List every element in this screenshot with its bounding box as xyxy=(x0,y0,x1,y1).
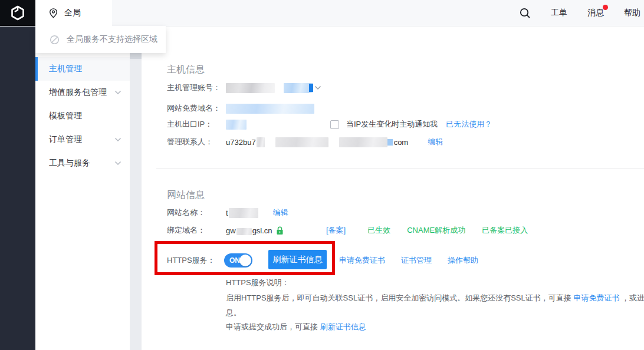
topbar-actions: 工单 消息 帮助 xyxy=(519,0,644,26)
host-info-title: 主机信息 xyxy=(167,64,205,76)
contact-label: 管理联系人： xyxy=(167,137,226,147)
https-note-line2: 息。 xyxy=(226,308,241,318)
menu-item-label: 工具与服务 xyxy=(49,158,90,169)
site-name-edit-link[interactable]: 编辑 xyxy=(273,207,288,218)
contact-suffix: com xyxy=(394,138,409,147)
redaction-cap xyxy=(387,139,393,146)
apply-cert-link[interactable]: 申请免费证书 xyxy=(339,255,385,266)
bound-domain-label: 绑定域名： xyxy=(167,225,226,236)
menu-item-tools-services[interactable]: 工具与服务 xyxy=(35,151,130,175)
menu-item-label: 增值服务包管理 xyxy=(49,87,107,98)
site-info-title: 网站信息 xyxy=(167,189,205,202)
contact-row: 管理联系人： u732bu7 com 编辑 xyxy=(167,136,443,148)
menu-item-host-management[interactable]: 主机管理 xyxy=(35,57,130,81)
menu-item-label: 模板管理 xyxy=(49,111,82,121)
search-icon[interactable] xyxy=(519,7,531,19)
https-toggle[interactable]: ON xyxy=(224,253,252,268)
bound-domain-row: 绑定域名： gw gsl.cn xyxy=(167,224,284,236)
status-beian: 已备案已接入 xyxy=(482,225,528,236)
exit-ip-label: 主机出口IP： xyxy=(167,119,226,130)
menu-item-value-added-services[interactable]: 增值服务包管理 xyxy=(35,81,130,104)
chevron-down-icon[interactable] xyxy=(314,85,321,90)
lock-icon xyxy=(276,226,284,235)
menu-item-label: 订单管理 xyxy=(49,134,82,145)
ip-notify-group: 当IP发生变化时主动通知我 已无法使用？ xyxy=(330,118,492,130)
contact-edit-link[interactable]: 编辑 xyxy=(428,137,443,147)
menu-item-order-management[interactable]: 订单管理 xyxy=(35,128,130,151)
redacted-account-id xyxy=(226,83,275,93)
site-name-prefix: t xyxy=(226,209,228,217)
https-note-title: HTTPS服务说明： xyxy=(226,278,290,288)
free-domain-label: 网站免费域名： xyxy=(167,103,226,114)
unavailable-link[interactable]: 已无法使用？ xyxy=(446,119,492,130)
chevron-down-icon xyxy=(114,137,121,142)
domain-suffix: gsl.cn xyxy=(252,226,272,235)
status-cname: CNAME解析成功 xyxy=(407,225,465,236)
redacted-contact-tail xyxy=(257,137,265,147)
chevron-down-icon xyxy=(114,90,121,95)
redaction-cap xyxy=(309,84,313,92)
region-dropdown[interactable]: 全局服务不支持选择区域 xyxy=(35,26,166,53)
menu-scrollbar-track[interactable] xyxy=(130,26,142,350)
free-domain-row: 网站免费域名： xyxy=(167,103,314,114)
icon-sidebar xyxy=(0,26,35,350)
message-badge xyxy=(603,5,608,10)
site-name-label: 网站名称： xyxy=(167,207,226,218)
refresh-cert-button[interactable]: 刷新证书信息 xyxy=(268,250,327,269)
section-divider xyxy=(156,169,644,169)
topbar-item-ticket[interactable]: 工单 xyxy=(551,8,567,18)
contact-prefix: u732bu7 xyxy=(226,138,256,147)
redacted-contact-phone xyxy=(275,137,328,147)
region-dropdown-notice: 全局服务不支持选择区域 xyxy=(67,34,157,45)
domain-status-group: [备案] 已生效 CNAME解析成功 已备案已接入 xyxy=(326,224,528,236)
cert-manage-link[interactable]: 证书管理 xyxy=(401,255,432,266)
redacted-free-domain xyxy=(226,104,314,114)
topbar-item-help[interactable]: 帮助 xyxy=(624,8,640,18)
https-label-row: HTTPS服务： xyxy=(167,255,226,266)
ip-notify-label: 当IP发生变化时主动通知我 xyxy=(346,119,438,130)
site-name-row: 网站名称： t 编辑 xyxy=(167,207,288,219)
exit-ip-row: 主机出口IP： xyxy=(167,118,247,130)
redacted-contact-email xyxy=(339,137,387,147)
https-note-line1: 启用HTTPS服务后，即可自动关联SSL证书，启用安全加密访问模式。如果您还没有… xyxy=(226,293,644,303)
https-label: HTTPS服务： xyxy=(167,255,226,266)
note-apply-cert-link[interactable]: 申请免费证书 xyxy=(573,293,619,302)
toggle-state-label: ON xyxy=(229,256,240,265)
secondary-menu: 主机管理 增值服务包管理 模板管理 订单管理 工具与服务 xyxy=(35,26,130,350)
https-note-line3: 申请或提交成功后，可直接 刷新证书信息 xyxy=(226,322,366,332)
domain-prefix: gw xyxy=(226,226,236,235)
https-links-group: 申请免费证书 证书管理 操作帮助 xyxy=(339,255,478,266)
operation-help-link[interactable]: 操作帮助 xyxy=(448,255,478,266)
ip-notify-checkbox[interactable] xyxy=(330,120,339,129)
location-pin-icon xyxy=(48,8,58,19)
redacted-domain-middle xyxy=(236,228,252,235)
redacted-site-name xyxy=(229,208,258,218)
redacted-exit-ip xyxy=(226,120,247,130)
brand-logo-icon xyxy=(9,5,26,21)
note-refresh-cert-link[interactable]: 刷新证书信息 xyxy=(320,322,366,331)
beian-link[interactable]: [备案] xyxy=(326,225,346,236)
toggle-knob xyxy=(239,255,251,266)
prohibition-icon xyxy=(50,35,60,45)
region-selector[interactable]: 全局 xyxy=(35,0,112,26)
region-label: 全局 xyxy=(64,8,81,18)
host-account-row: 主机管理账号： xyxy=(167,82,321,94)
brand-logo[interactable] xyxy=(0,0,35,26)
status-effective: 已生效 xyxy=(367,225,390,236)
chevron-down-icon xyxy=(114,161,121,166)
menu-item-template-management[interactable]: 模板管理 xyxy=(35,104,130,128)
menu-item-label: 主机管理 xyxy=(49,64,82,74)
host-account-label: 主机管理账号： xyxy=(167,82,226,93)
topbar-item-message[interactable]: 消息 xyxy=(587,8,604,18)
